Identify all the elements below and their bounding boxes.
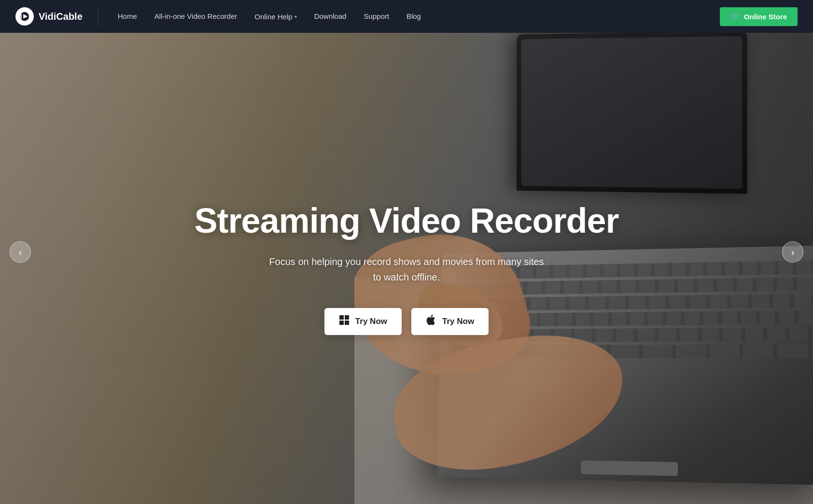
nav-link-recorder[interactable]: All-in-one Video Recorder: [154, 12, 237, 20]
carousel-prev-button[interactable]: ‹: [10, 241, 31, 263]
next-arrow-icon: ›: [791, 247, 795, 258]
windows-try-now-label: Try Now: [355, 317, 387, 326]
help-dropdown-arrow: ▾: [294, 14, 297, 19]
mac-try-now-button[interactable]: Try Now: [411, 308, 489, 335]
nav-item-home[interactable]: Home: [118, 12, 137, 21]
nav-link-home[interactable]: Home: [118, 12, 137, 20]
brand-logo[interactable]: VidiCable: [15, 7, 98, 26]
apple-icon: [426, 315, 436, 328]
brand-name: VidiCable: [39, 11, 83, 22]
nav-item-help[interactable]: Online Help ▾: [254, 13, 296, 21]
cart-icon: 🛒: [730, 12, 740, 21]
nav-item-blog[interactable]: Blog: [406, 12, 421, 21]
svg-rect-3: [339, 315, 344, 320]
online-store-button[interactable]: 🛒 Online Store: [720, 7, 798, 26]
svg-rect-4: [345, 315, 349, 320]
nav-link-help[interactable]: Online Help ▾: [254, 13, 296, 21]
prev-arrow-icon: ‹: [19, 247, 22, 258]
mac-try-now-label: Try Now: [442, 317, 474, 326]
store-button-label: Online Store: [744, 13, 787, 21]
nav-link-support[interactable]: Support: [364, 12, 389, 20]
nav-links: Home All-in-one Video Recorder Online He…: [118, 12, 720, 21]
nav-item-recorder[interactable]: All-in-one Video Recorder: [154, 12, 237, 21]
logo-icon: [15, 7, 34, 26]
navbar: VidiCable Home All-in-one Video Recorder…: [0, 0, 813, 33]
nav-link-download[interactable]: Download: [314, 12, 347, 20]
windows-icon: [339, 315, 350, 328]
hero-section: ‹ Streaming Video Recorder Focus on help…: [0, 0, 813, 504]
nav-item-download[interactable]: Download: [314, 12, 347, 21]
hero-subtitle: Focus on helping you record shows and mo…: [266, 254, 547, 285]
windows-try-now-button[interactable]: Try Now: [324, 308, 402, 335]
svg-rect-5: [339, 321, 344, 325]
hero-content: Streaming Video Recorder Focus on helpin…: [195, 169, 619, 335]
hero-title: Streaming Video Recorder: [195, 202, 619, 240]
nav-link-blog[interactable]: Blog: [406, 12, 421, 20]
nav-item-support[interactable]: Support: [364, 12, 389, 21]
hero-buttons: Try Now Try Now: [195, 308, 619, 335]
svg-rect-6: [345, 321, 349, 325]
carousel-next-button[interactable]: ›: [782, 241, 803, 263]
